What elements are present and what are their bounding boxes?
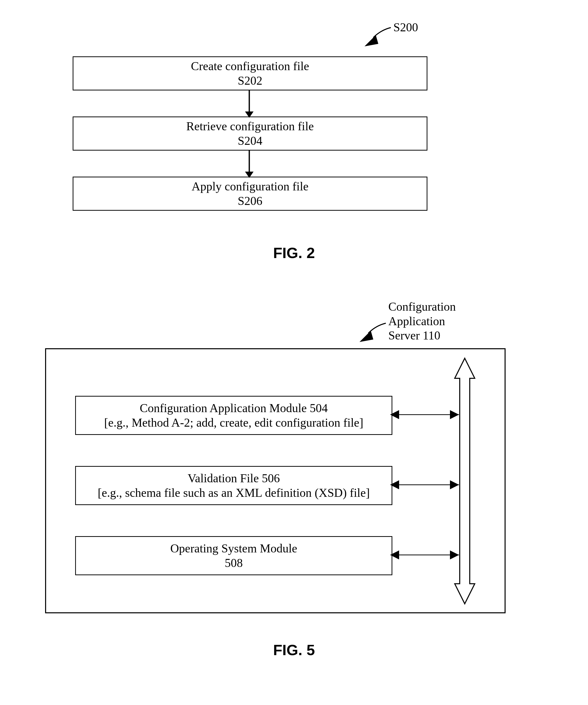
fig2-step-s202: Create configuration file S202 (73, 56, 427, 90)
fig2-step-s204: Retrieve configuration file S204 (73, 116, 427, 151)
page: S200 Create configuration file S202 Retr… (0, 0, 588, 705)
step-title: Create configuration file (191, 59, 309, 74)
fig5-module-508: Operating System Module 508 (75, 536, 392, 575)
fig5-caption: FIG. 5 (0, 641, 588, 659)
step-ref: S206 (238, 194, 263, 208)
module-title: Operating System Module (170, 541, 298, 556)
fig5-module-504: Configuration Application Module 504 [e.… (75, 396, 392, 435)
module-sub: 508 (225, 556, 243, 570)
module-sub: [e.g., schema file such as an XML defini… (98, 485, 370, 500)
fig2-ref-label: S200 (393, 20, 418, 35)
step-title: Retrieve configuration file (186, 119, 314, 134)
module-title: Validation File 506 (188, 471, 280, 485)
fig2-step-s206: Apply configuration file S206 (73, 177, 427, 211)
step-ref: S204 (238, 134, 263, 148)
step-ref: S202 (238, 74, 263, 88)
fig5-ref-line3: Server 110 (388, 329, 441, 342)
fig5-ref-arrow (0, 0, 588, 351)
module-title: Configuration Application Module 504 (140, 401, 328, 415)
fig5-ref-line2: Application (388, 315, 445, 328)
step-title: Apply configuration file (192, 179, 309, 194)
fig5-module-506: Validation File 506 [e.g., schema file s… (75, 466, 392, 505)
fig2-caption: FIG. 2 (0, 244, 588, 262)
module-sub: [e.g., Method A-2; add, create, edit con… (104, 415, 363, 430)
fig5-ref-label: Configuration Application Server 110 (388, 299, 456, 343)
fig5-ref-line1: Configuration (388, 300, 456, 313)
